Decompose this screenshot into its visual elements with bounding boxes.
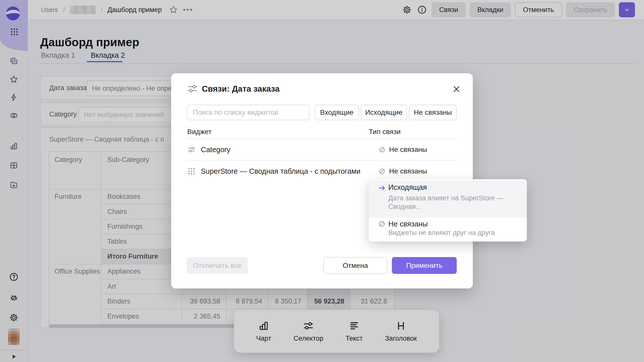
widget-search-input[interactable] [187, 105, 310, 120]
column-header-link-type: Тип связи [369, 127, 401, 137]
close-icon [452, 85, 461, 94]
link-type-select[interactable]: Не связаны [389, 161, 427, 182]
filter-unlinked-button[interactable]: Не связаны [409, 105, 457, 120]
dropdown-option-description: Сводная... [388, 202, 421, 211]
link-type-dropdown: Исходящая Дата заказа влияет на SuperSto… [369, 179, 527, 242]
sliders-icon [187, 145, 196, 154]
grid-dots-icon [187, 167, 196, 175]
filter-incoming-button[interactable]: Входящие [315, 105, 359, 120]
filter-outgoing-button[interactable]: Исходящие [361, 105, 407, 120]
arrow-right-icon [378, 184, 386, 192]
cancel-button[interactable]: Отмена [323, 257, 387, 274]
dropdown-option-title[interactable]: Не связаны [388, 219, 428, 229]
link-type-select[interactable]: Не связаны [389, 139, 427, 160]
unlinked-icon [378, 167, 386, 175]
close-button[interactable] [452, 84, 461, 94]
modal-title: Связи: Дата заказа [202, 83, 280, 95]
unlinked-icon [378, 220, 386, 228]
dropdown-option-description: Дата заказа влияет на SuperStore — [388, 194, 503, 202]
dropdown-option-description: Виджеты не влияют друг на друга [388, 228, 495, 237]
disable-all-button[interactable]: Отключить все [187, 257, 248, 274]
widget-row-name: Category [201, 139, 231, 160]
dropdown-option-title[interactable]: Исходящая [388, 182, 427, 192]
datalens-dashboard-editor: Users / / Дашборд пример ••• [0, 0, 644, 362]
column-header-widget: Виджет [187, 127, 212, 137]
widget-row-name: SuperStore — Сводная таблица - с подытог… [201, 161, 360, 182]
sliders-icon [187, 83, 198, 94]
unlinked-icon [378, 146, 386, 153]
apply-button[interactable]: Применить [392, 257, 457, 274]
